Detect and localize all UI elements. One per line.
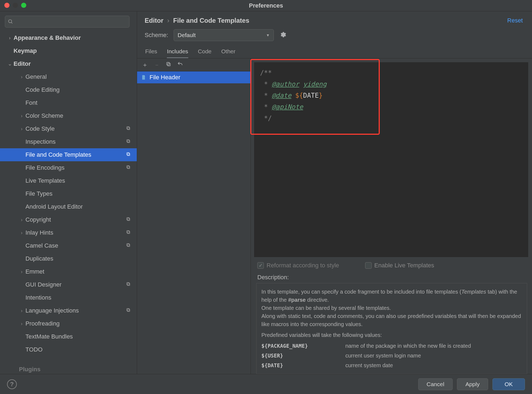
sidebar-item-todo[interactable]: TODO [0,343,137,356]
variable-name: ${DATE} [261,361,345,369]
sidebar-item-textmate-bundles[interactable]: TextMate Bundles [0,330,137,343]
help-button[interactable]: ? [7,379,17,389]
sidebar-item-proofreading[interactable]: ›Proofreading [0,317,137,330]
scheme-label: Scheme: [145,32,168,39]
variable-desc: current system date [345,361,522,369]
chevron-right-icon: › [19,269,24,275]
scheme-select[interactable]: Default ▼ [174,29,274,41]
scope-badge-icon [126,216,131,223]
svg-rect-17 [127,283,129,285]
sidebar-item-inlay-hints[interactable]: ›Inlay Hints [0,226,137,239]
settings-tree: ›Appearance & BehaviorKeymap⌄Editor›Gene… [0,30,137,374]
scheme-value: Default [178,32,196,38]
sidebar-item-label: Duplicates [25,255,53,262]
sidebar-item-general[interactable]: ›General [0,70,137,83]
svg-rect-13 [127,231,129,233]
sidebar-item-copyright[interactable]: ›Copyright [0,213,137,226]
svg-rect-5 [127,140,129,142]
tab-files[interactable]: Files [145,48,157,58]
sidebar-item-language-injections[interactable]: ›Language Injections [0,304,137,317]
description-box: In this template, you can specify a code… [256,283,527,374]
sidebar-item-label: Android Layout Editor [25,203,83,210]
sidebar-item-code-editing[interactable]: Code Editing [0,83,137,96]
template-item-file-header[interactable]: File Header [137,71,251,83]
tab-code[interactable]: Code [198,48,212,58]
sidebar-item-emmet[interactable]: ›Emmet [0,265,137,278]
reformat-checkbox[interactable]: Reformat according to style [257,262,339,269]
sidebar-item-label: Keymap [14,47,37,54]
chevron-right-icon: › [19,113,24,119]
scope-badge-icon [126,151,131,158]
sidebar-item-label: Emmet [25,268,44,275]
variable-row: ${DATE}current system date [261,361,522,369]
svg-rect-20 [168,63,170,66]
tab-includes[interactable]: Includes [167,48,188,58]
chevron-right-icon: › [19,230,24,236]
svg-rect-6 [127,153,130,156]
sidebar-item-intentions[interactable]: Intentions [0,291,137,304]
copy-icon[interactable] [166,61,171,68]
ok-button[interactable]: OK [492,378,525,390]
sidebar-item-keymap[interactable]: Keymap [0,44,137,57]
sidebar-item-font[interactable]: Font [0,96,137,109]
sidebar-item-color-scheme[interactable]: ›Color Scheme [0,109,137,122]
svg-line-1 [11,22,12,24]
variable-desc: name of the package in which the new fil… [345,342,522,350]
sidebar-item-android-layout-editor[interactable]: Android Layout Editor [0,200,137,213]
sidebar-item-inspections[interactable]: Inspections [0,135,137,148]
variable-desc: current user system login name [345,352,522,360]
zoom-window-button[interactable] [21,3,26,8]
tab-other[interactable]: Other [221,48,236,58]
sidebar-item-label: Camel Case [25,242,58,249]
cancel-button[interactable]: Cancel [418,378,453,390]
remove-icon[interactable]: － [154,61,160,69]
checkbox-icon [365,262,372,269]
sidebar-item-file-encodings[interactable]: File Encodings [0,161,137,174]
sidebar-item-appearance-behavior[interactable]: ›Appearance & Behavior [0,31,137,44]
svg-rect-3 [127,127,129,129]
chevron-down-icon: ⌄ [7,61,12,67]
scope-badge-icon [126,125,131,132]
svg-point-0 [9,20,12,23]
sidebar-item-live-templates[interactable]: Live Templates [0,174,137,187]
sidebar-item-label: Live Templates [25,177,65,184]
undo-icon[interactable] [177,61,183,69]
window-title: Preferences [249,2,283,9]
reset-link[interactable]: Reset [507,17,523,24]
search-input-wrap[interactable] [5,16,129,28]
apply-button[interactable]: Apply [457,378,488,390]
svg-rect-4 [127,140,130,143]
svg-rect-9 [127,166,129,168]
add-icon[interactable]: ＋ [142,61,148,69]
variable-row: ${PACKAGE_NAME}name of the package in wh… [261,342,522,350]
scope-badge-icon [126,229,131,236]
sidebar-item-file-types[interactable]: File Types [0,187,137,200]
breadcrumb-parent[interactable]: Editor [145,17,163,24]
sidebar-item-label: File and Code Templates [25,151,91,158]
scope-badge-icon [126,307,131,314]
svg-rect-10 [127,218,130,221]
chevron-right-icon: › [19,126,24,132]
main-panel: Editor › File and Code Templates Reset S… [137,11,532,374]
close-window-button[interactable] [4,3,9,8]
svg-rect-16 [127,283,130,285]
chevron-right-icon: › [167,17,169,24]
sidebar-item-gui-designer[interactable]: GUI Designer [0,278,137,291]
live-templates-checkbox[interactable]: Enable Live Templates [365,262,434,269]
minimize-window-button[interactable] [13,3,18,8]
sidebar-item-label: Code Style [25,125,55,132]
sidebar-item-editor[interactable]: ⌄Editor [0,57,137,70]
sidebar-item-duplicates[interactable]: Duplicates [0,252,137,265]
sidebar-item-camel-case[interactable]: Camel Case [0,239,137,252]
search-input[interactable] [15,19,126,25]
svg-rect-7 [127,153,129,155]
sidebar-item-code-style[interactable]: ›Code Style [0,122,137,135]
sidebar-item-label: Intentions [25,294,51,301]
sidebar-cutoff: Plugins [0,366,137,374]
gear-icon[interactable] [279,31,286,39]
svg-rect-19 [127,308,129,311]
variable-row: ${USER}current user system login name [261,352,522,360]
file-icon [141,74,147,80]
code-editor[interactable]: /** * @author yideng * @date ${DATE} * @… [254,62,528,257]
sidebar-item-file-and-code-templates[interactable]: File and Code Templates [0,148,137,161]
